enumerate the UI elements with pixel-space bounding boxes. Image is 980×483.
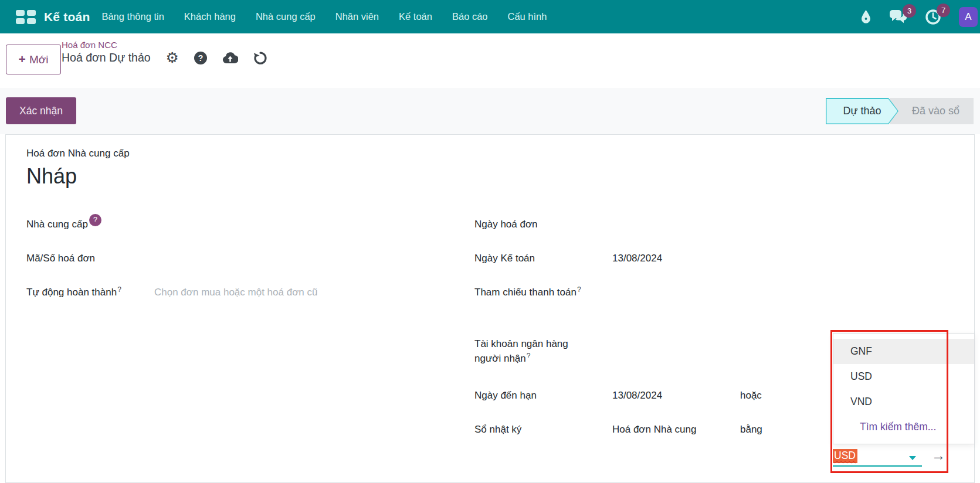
- currency-input[interactable]: USD: [833, 447, 922, 467]
- vendor-field-row: Nhà cung cấp?: [26, 217, 101, 232]
- new-button[interactable]: + Mới: [6, 45, 61, 74]
- payment-reference-label: Tham chiếu thanh toán?: [474, 285, 583, 301]
- invoice-date-field-row: Ngày hoá đơn: [474, 217, 779, 232]
- undo-icon[interactable]: [253, 51, 267, 65]
- journal-in-label: bằng: [740, 422, 762, 437]
- due-date-value[interactable]: 13/08/2024: [612, 388, 662, 403]
- currency-input-selected-text: USD: [833, 449, 857, 463]
- journal-field-row: Sổ nhật ký Hoá đơn Nhà cung bằng: [474, 422, 779, 437]
- top-navbar: Kế toán Bảng thông tin Khách hàng Nhà cu…: [0, 0, 980, 33]
- due-date-field-row: Ngày đến hạn 13/08/2024 hoặc: [474, 388, 779, 403]
- stage-posted[interactable]: Đã vào sổ: [890, 98, 974, 124]
- activities-badge: 7: [937, 4, 950, 17]
- autocomplete-field-row: Tự động hoàn thành? Chọn đơn mua hoặc mộ…: [26, 285, 449, 301]
- accounting-date-field-row: Ngày Kế toán 13/08/2024: [474, 251, 779, 266]
- gear-icon[interactable]: ⚙: [166, 50, 179, 65]
- control-panel: + Mới Hoá đơn NCC Hoá đơn Dự thảo ⚙ ?: [0, 33, 980, 88]
- help-icon[interactable]: ?: [194, 52, 207, 64]
- plus-icon: +: [19, 52, 26, 66]
- form-sheet: Hoá đơn Nhà cung cấp Nháp Nhà cung cấp? …: [5, 134, 975, 483]
- nav-item-employees[interactable]: Nhân viên: [335, 11, 379, 22]
- user-avatar[interactable]: A: [959, 7, 978, 27]
- vendor-label: Nhà cung cấp: [26, 217, 88, 232]
- apps-menu-icon[interactable]: [16, 10, 36, 24]
- internal-link-arrow-icon[interactable]: →: [931, 447, 945, 464]
- autocomplete-help-marker: ?: [117, 285, 121, 294]
- cloud-upload-icon[interactable]: [222, 52, 238, 64]
- chevron-down-icon[interactable]: [909, 456, 916, 460]
- statusbar-stages: Dự thảo Đã vào sổ: [826, 98, 974, 124]
- journal-value[interactable]: Hoá đơn Nhà cung: [612, 422, 696, 437]
- status-bar: Xác nhận Dự thảo Đã vào sổ: [0, 88, 980, 134]
- autocomplete-input[interactable]: Chọn đơn mua hoặc một hoá đơn cũ: [154, 285, 317, 300]
- activities-clock-icon[interactable]: 7: [925, 9, 941, 25]
- payment-reference-field-row: Tham chiếu thanh toán?: [474, 285, 779, 301]
- currency-search-more[interactable]: Tìm kiếm thêm...: [833, 414, 974, 440]
- accounting-date-label: Ngày Kế toán: [474, 251, 583, 266]
- nav-item-reports[interactable]: Báo cáo: [452, 11, 488, 22]
- due-date-or-label: hoặc: [740, 388, 762, 403]
- accounting-date-value[interactable]: 13/08/2024: [612, 251, 662, 266]
- messages-icon[interactable]: 3: [889, 9, 907, 25]
- currency-option-vnd[interactable]: VND: [833, 389, 974, 414]
- document-title: Nháp: [26, 163, 77, 189]
- vendor-help-badge[interactable]: ?: [89, 214, 101, 226]
- currency-field: USD →: [833, 447, 962, 470]
- confirm-button[interactable]: Xác nhận: [6, 97, 76, 124]
- nav-right-icons: 3 7 A: [860, 0, 978, 33]
- nav-item-dashboard[interactable]: Bảng thông tin: [101, 11, 164, 22]
- autocomplete-label: Tự động hoàn thành?: [26, 285, 121, 301]
- bill-reference-label: Mã/Số hoá đơn: [26, 251, 95, 266]
- journal-label: Sổ nhật ký: [474, 422, 583, 437]
- nav-item-vendors[interactable]: Nhà cung cấp: [256, 11, 316, 22]
- bill-reference-field-row: Mã/Số hoá đơn: [26, 251, 95, 266]
- breadcrumb-current: Hoá đơn Dự thảo: [62, 51, 151, 64]
- payment-reference-help-marker: ?: [577, 285, 581, 294]
- recipient-bank-field-row: Tài khoản ngân hàng người nhận?: [474, 336, 779, 367]
- new-button-label: Mới: [29, 53, 49, 66]
- nav-menu: Bảng thông tin Khách hàng Nhà cung cấp N…: [101, 11, 547, 22]
- droplet-icon[interactable]: [860, 9, 872, 24]
- app-brand[interactable]: Kế toán: [44, 10, 90, 24]
- invoice-date-label: Ngày hoá đơn: [474, 217, 583, 232]
- currency-option-usd[interactable]: USD: [833, 364, 974, 389]
- document-type-subtitle: Hoá đơn Nhà cung cấp: [26, 148, 130, 159]
- currency-option-gnf[interactable]: GNF: [833, 339, 974, 364]
- breadcrumb-parent-link[interactable]: Hoá đơn NCC: [62, 40, 267, 50]
- nav-item-settings[interactable]: Cấu hình: [508, 11, 547, 22]
- nav-item-customers[interactable]: Khách hàng: [184, 11, 236, 22]
- recipient-bank-help-marker: ?: [527, 352, 531, 360]
- due-date-label: Ngày đến hạn: [474, 388, 583, 403]
- breadcrumb: Hoá đơn NCC Hoá đơn Dự thảo ⚙ ?: [62, 40, 267, 65]
- nav-item-accounting[interactable]: Kế toán: [399, 11, 432, 22]
- currency-dropdown-panel: GNF USD VND Tìm kiếm thêm...: [833, 333, 975, 444]
- screen: Kế toán Bảng thông tin Khách hàng Nhà cu…: [0, 0, 980, 483]
- recipient-bank-label: Tài khoản ngân hàng người nhận?: [474, 336, 583, 367]
- stage-draft-label: Dự thảo: [826, 99, 897, 124]
- messages-badge: 3: [903, 4, 916, 18]
- stage-draft[interactable]: Dự thảo: [826, 98, 898, 124]
